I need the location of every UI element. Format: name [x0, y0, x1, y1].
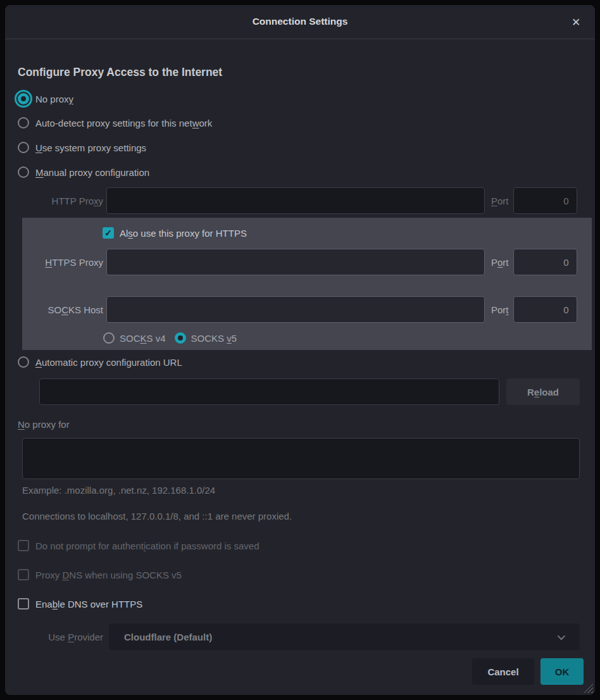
radio-system-proxy[interactable]	[18, 142, 29, 153]
checkbox-row-no-prompt-auth[interactable]: Do not prompt for authentication if pass…	[18, 538, 259, 553]
dialog-titlebar: Connection Settings ✕	[5, 5, 595, 39]
radio-socks-v5[interactable]	[175, 332, 186, 344]
http-port-label: Port	[491, 196, 509, 206]
radio-label-auto-detect: Auto-detect proxy settings for this netw…	[35, 118, 212, 128]
ok-button[interactable]: OK	[541, 658, 584, 685]
share-proxy-checkbox[interactable]: ✓	[103, 227, 114, 239]
checkbox-label-dns-over-https: Enable DNS over HTTPS	[35, 599, 142, 609]
http-proxy-row: HTTP Proxy Port	[18, 187, 577, 214]
socks-version-row: SOCKS v4 SOCKS v5	[103, 330, 237, 346]
radio-option-manual-proxy[interactable]: Manual proxy configuration	[18, 163, 149, 181]
dialog-title: Connection Settings	[5, 5, 595, 39]
socks-host-input[interactable]	[106, 296, 485, 323]
example-hint: Example: .mozilla.org, .net.nz, 192.168.…	[22, 485, 215, 496]
https-port-input[interactable]	[513, 249, 577, 275]
close-icon[interactable]: ✕	[567, 13, 585, 31]
provider-selected-value: Cloudflare (Default)	[124, 632, 212, 642]
radio-option-auto-url[interactable]: Automatic proxy configuration URL	[18, 353, 182, 371]
socks-host-row: SOCKS Host Port	[22, 296, 577, 323]
radio-option-no-proxy[interactable]: No proxy	[18, 90, 73, 108]
no-proxy-for-textarea[interactable]	[22, 438, 580, 479]
auto-url-row: Reload	[39, 378, 580, 405]
radio-label-manual-proxy: Manual proxy configuration	[35, 167, 149, 178]
socks-host-label: SOCKS Host	[22, 304, 103, 315]
radio-auto-detect[interactable]	[18, 117, 29, 128]
http-proxy-input[interactable]	[106, 187, 485, 214]
reload-button[interactable]: Reload	[506, 378, 580, 405]
provider-label: Use Provider	[18, 632, 103, 642]
https-proxy-label: HTTPS Proxy	[22, 257, 103, 268]
socks-port-input[interactable]	[513, 296, 577, 323]
radio-socks-v4[interactable]	[103, 332, 115, 344]
resize-grip[interactable]	[584, 684, 593, 693]
checkbox-dns-over-https[interactable]	[18, 598, 29, 609]
radio-label-socks-v4: SOCKS v4	[120, 333, 166, 344]
checkbox-label-proxy-dns: Proxy DNS when using SOCKS v5	[35, 570, 182, 580]
radio-option-system-proxy[interactable]: Use system proxy settings	[18, 139, 146, 156]
localhost-hint: Connections to localhost, 127.0.0.1/8, a…	[22, 511, 292, 522]
radio-label-socks-v5: SOCKS v5	[191, 333, 237, 344]
checkbox-proxy-dns[interactable]	[18, 569, 29, 580]
https-port-label: Port	[491, 257, 509, 268]
chevron-down-icon	[558, 632, 566, 640]
checkbox-row-proxy-dns[interactable]: Proxy DNS when using SOCKS v5	[18, 567, 182, 582]
http-port-input[interactable]	[513, 187, 577, 214]
connection-settings-dialog: Connection Settings ✕ Configure Proxy Ac…	[5, 5, 595, 695]
cancel-button[interactable]: Cancel	[472, 658, 534, 685]
radio-no-proxy[interactable]	[18, 93, 29, 104]
radio-label-no-proxy: No proxy	[35, 94, 73, 104]
radio-manual-proxy[interactable]	[18, 166, 29, 178]
provider-row: Use Provider Cloudflare (Default)	[18, 623, 580, 650]
https-proxy-row: HTTPS Proxy Port	[22, 249, 577, 275]
radio-label-auto-url: Automatic proxy configuration URL	[35, 357, 182, 368]
https-proxy-input[interactable]	[106, 249, 485, 275]
https-socks-highlight-region: ✓ Also use this proxy for HTTPS HTTPS Pr…	[22, 218, 592, 350]
page-title: Configure Proxy Access to the Internet	[18, 66, 222, 79]
checkbox-label-no-prompt-auth: Do not prompt for authentication if pass…	[35, 541, 259, 551]
checkbox-no-prompt-auth[interactable]	[18, 540, 29, 551]
http-proxy-label: HTTP Proxy	[18, 196, 103, 206]
provider-dropdown[interactable]: Cloudflare (Default)	[109, 623, 580, 650]
no-proxy-for-label: No proxy for	[18, 419, 70, 430]
share-proxy-label: Also use this proxy for HTTPS	[120, 228, 247, 239]
radio-auto-url[interactable]	[18, 356, 29, 368]
share-proxy-checkbox-row[interactable]: ✓ Also use this proxy for HTTPS	[103, 225, 247, 241]
checkbox-row-dns-over-https[interactable]: Enable DNS over HTTPS	[18, 596, 142, 611]
auto-url-input[interactable]	[39, 378, 499, 405]
socks-port-label: Port	[491, 304, 509, 315]
radio-label-system-proxy: Use system proxy settings	[35, 142, 146, 153]
radio-option-auto-detect[interactable]: Auto-detect proxy settings for this netw…	[18, 114, 212, 132]
